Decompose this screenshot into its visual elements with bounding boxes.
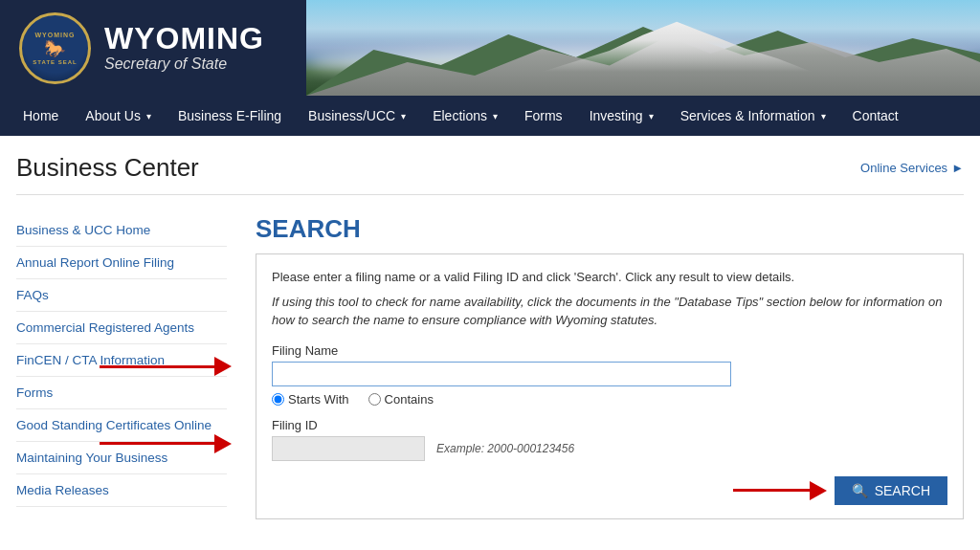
nav-link-elections[interactable]: Elections ▾ <box>419 96 511 136</box>
sidebar-item-annual-report[interactable]: Annual Report Online Filing <box>16 247 227 279</box>
sidebar-item-faqs[interactable]: FAQs <box>16 279 227 312</box>
filing-name-input[interactable] <box>272 362 731 386</box>
nav-item-ucc[interactable]: Business/UCC ▾ <box>295 96 419 136</box>
filing-id-example: Example: 2000-000123456 <box>436 442 574 455</box>
search-button-row: 🔍 SEARCH <box>272 476 947 505</box>
search-button-label: SEARCH <box>875 483 930 498</box>
header-mountain-image <box>306 0 980 96</box>
caret-icon: ▾ <box>649 111 654 121</box>
nav-link-contact[interactable]: Contact <box>839 96 912 136</box>
logo-area: WYOMING 🐎 STATE SEAL WYOMING Secretary o… <box>0 3 306 94</box>
radio-contains-label[interactable]: Contains <box>368 392 434 407</box>
chevron-right-icon: ► <box>951 161 964 175</box>
search-description: Please enter a filing name or a valid Fi… <box>272 268 947 287</box>
nav-link-investing[interactable]: Investing ▾ <box>576 96 667 136</box>
sidebar-link-forms[interactable]: Forms <box>16 377 227 408</box>
radio-contains[interactable] <box>368 393 381 406</box>
online-services-link[interactable]: Online Services ► <box>860 161 964 175</box>
nav-item-services[interactable]: Services & Information ▾ <box>667 96 839 136</box>
nav-link-ucc[interactable]: Business/UCC ▾ <box>295 96 419 136</box>
filing-id-input[interactable] <box>272 436 425 461</box>
nav-link-forms[interactable]: Forms <box>511 96 576 136</box>
state-seal: WYOMING 🐎 STATE SEAL <box>19 12 91 84</box>
caret-icon: ▾ <box>821 111 826 121</box>
nav-link-efiling[interactable]: Business E-Filing <box>165 96 295 136</box>
sidebar-link-registered-agents[interactable]: Commercial Registered Agents <box>16 312 227 343</box>
nav-item-about[interactable]: About Us ▾ <box>72 96 165 136</box>
nav-link-home[interactable]: Home <box>10 96 72 136</box>
site-header: WYOMING 🐎 STATE SEAL WYOMING Secretary o… <box>0 0 980 96</box>
search-description-italic: If using this tool to check for name ava… <box>272 293 947 330</box>
filing-name-group: Filing Name Starts With <box>272 343 947 407</box>
search-heading: SEARCH <box>256 214 964 244</box>
filing-name-radio-group: Starts With Contains <box>272 392 947 407</box>
search-button[interactable]: 🔍 SEARCH <box>835 476 947 505</box>
sidebar-link-faqs[interactable]: FAQs <box>16 279 227 311</box>
caret-icon: ▾ <box>146 111 151 121</box>
page-header: Business Center Online Services ► <box>16 136 964 195</box>
filing-id-group: Filing ID Example: 2000-000123456 <box>272 418 947 461</box>
nav-item-elections[interactable]: Elections ▾ <box>419 96 511 136</box>
main-nav: Home About Us ▾ Business E-Filing Busine… <box>0 96 980 136</box>
page-title: Business Center <box>16 153 199 183</box>
nav-link-about[interactable]: About Us ▾ <box>72 96 165 136</box>
content-area: Business & UCC Home Annual Report Online… <box>16 214 964 519</box>
arrow-filing-name <box>100 357 232 376</box>
sidebar-link-annual-report[interactable]: Annual Report Online Filing <box>16 247 227 278</box>
radio-starts-with-text: Starts With <box>288 392 349 407</box>
filing-name-label: Filing Name <box>272 343 947 358</box>
site-name: WYOMING <box>104 23 264 54</box>
radio-starts-with-label[interactable]: Starts With <box>272 392 349 407</box>
nav-item-home[interactable]: Home <box>10 96 72 136</box>
sidebar-item-ucc-home[interactable]: Business & UCC Home <box>16 214 227 247</box>
nav-item-efiling[interactable]: Business E-Filing <box>165 96 295 136</box>
arrow-search-button <box>733 476 827 505</box>
sidebar-item-forms[interactable]: Forms <box>16 377 227 409</box>
sidebar-link-media[interactable]: Media Releases <box>16 474 227 506</box>
nav-item-investing[interactable]: Investing ▾ <box>576 96 667 136</box>
search-panel: Please enter a filing name or a valid Fi… <box>256 253 964 519</box>
radio-starts-with[interactable] <box>272 393 284 406</box>
online-services-label: Online Services <box>860 161 947 175</box>
sidebar-item-media[interactable]: Media Releases <box>16 474 227 507</box>
sidebar-link-ucc-home[interactable]: Business & UCC Home <box>16 214 227 246</box>
nav-item-forms[interactable]: Forms <box>511 96 576 136</box>
header-title: WYOMING Secretary of State <box>104 23 264 73</box>
caret-icon: ▾ <box>401 111 406 121</box>
sidebar-item-registered-agents[interactable]: Commercial Registered Agents <box>16 312 227 344</box>
nav-item-contact[interactable]: Contact <box>839 96 912 136</box>
arrow-filing-id <box>100 434 232 453</box>
search-icon: 🔍 <box>852 483 868 498</box>
nav-link-services[interactable]: Services & Information ▾ <box>667 96 839 136</box>
main-content: SEARCH Please enter a filing name or a v… <box>256 214 964 519</box>
radio-contains-text: Contains <box>385 392 434 407</box>
filing-id-label: Filing ID <box>272 418 947 432</box>
caret-icon: ▾ <box>493 111 498 121</box>
site-subtitle: Secretary of State <box>104 55 264 73</box>
